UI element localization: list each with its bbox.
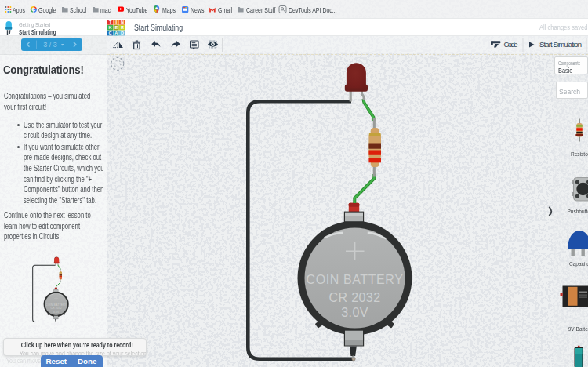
svg-text:T: T: [109, 20, 112, 24]
svg-text:K: K: [109, 25, 112, 30]
svg-text:COIN BATTERY: COIN BATTERY: [307, 273, 404, 286]
svg-text:R: R: [121, 25, 124, 30]
svg-text:E: E: [114, 25, 118, 30]
svg-text:C: C: [109, 31, 112, 35]
svg-text:D: D: [121, 31, 124, 35]
svg-text:N: N: [121, 20, 124, 24]
svg-text:A: A: [114, 31, 118, 35]
svg-text:3 / 3: 3 / 3: [43, 41, 57, 49]
svg-text:CR 2032: CR 2032: [329, 291, 381, 304]
svg-text:3.0V: 3.0V: [341, 306, 368, 319]
